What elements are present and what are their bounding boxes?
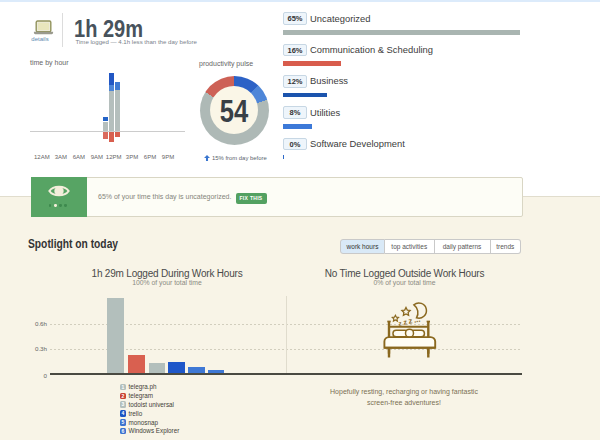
svg-text:...: ... — [413, 315, 421, 325]
svg-text:z: z — [403, 318, 408, 326]
svg-text:z: z — [408, 316, 413, 325]
svg-text:z: z — [398, 319, 402, 326]
